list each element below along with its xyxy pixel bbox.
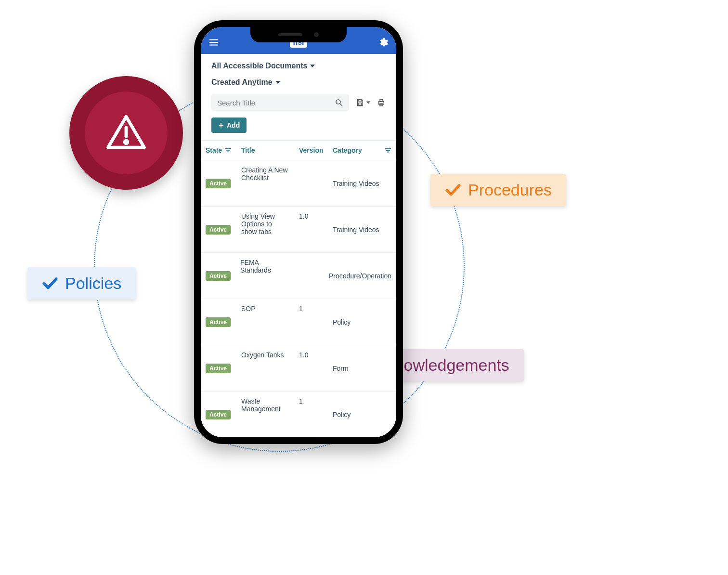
phone-frame: hsi All Accessible Documents Created Any… xyxy=(194,20,403,444)
col-version[interactable]: Version xyxy=(294,141,328,160)
col-title[interactable]: Title xyxy=(236,141,294,160)
table-row[interactable]: ActiveUsing View Options to show tabs1.0… xyxy=(201,207,396,253)
search-icon[interactable] xyxy=(335,98,343,107)
cell-category: Training Videos xyxy=(328,160,396,206)
search-input[interactable] xyxy=(217,99,330,107)
table-row[interactable]: ActiveWaste Management1Policy xyxy=(201,392,396,437)
filter-icon[interactable] xyxy=(225,147,232,154)
status-badge: Active xyxy=(206,179,231,188)
alert-medallion xyxy=(69,76,183,190)
cell-category: Policy xyxy=(328,392,396,437)
cell-title: FEMA Standards xyxy=(235,253,291,299)
speaker xyxy=(278,33,302,36)
check-icon xyxy=(42,275,58,292)
filter-icon[interactable] xyxy=(385,147,391,154)
col-state[interactable]: State xyxy=(201,141,236,160)
table-row[interactable]: ActiveCreating A New ChecklistTraining V… xyxy=(201,160,396,207)
cell-version xyxy=(294,160,328,206)
table-header: State Title Version Category xyxy=(201,140,396,160)
svg-marker-5 xyxy=(310,65,315,67)
svg-marker-11 xyxy=(366,102,370,104)
col-category-label: Category xyxy=(333,146,362,154)
table-row[interactable]: ActiveOxygen Tanks1.0Form xyxy=(201,345,396,392)
cell-category: Procedure/Operation xyxy=(324,253,396,299)
camera-dot xyxy=(314,32,319,37)
cell-category: Policy xyxy=(328,299,396,345)
col-state-label: State xyxy=(206,146,222,154)
table-row[interactable]: ActiveFEMA StandardsProcedure/Operation xyxy=(201,253,396,299)
svg-line-8 xyxy=(340,104,342,106)
add-button[interactable]: Add xyxy=(211,118,247,133)
svg-rect-10 xyxy=(359,103,362,105)
plus-icon xyxy=(218,122,224,128)
add-button-label: Add xyxy=(227,121,240,129)
table-body: ActiveCreating A New ChecklistTraining V… xyxy=(201,160,396,437)
gear-icon[interactable] xyxy=(378,37,389,48)
phone-notch xyxy=(250,27,347,42)
phone-screen: hsi All Accessible Documents Created Any… xyxy=(201,27,396,437)
cell-version: 1.0 xyxy=(294,207,328,252)
cell-version xyxy=(291,253,324,299)
cell-version: 1 xyxy=(294,392,328,437)
pill-policies: Policies xyxy=(27,267,136,300)
cell-title: Using View Options to show tabs xyxy=(236,207,294,252)
col-title-label: Title xyxy=(241,146,255,154)
status-badge: Active xyxy=(206,317,231,327)
cell-version: 1 xyxy=(294,299,328,345)
alert-medallion-inner xyxy=(85,91,168,174)
col-category[interactable]: Category xyxy=(328,141,396,160)
status-badge: Active xyxy=(206,410,231,419)
svg-rect-13 xyxy=(380,99,383,102)
table-row[interactable]: ActiveSOP1Policy xyxy=(201,299,396,345)
toolbar-row xyxy=(211,94,386,111)
print-icon[interactable] xyxy=(377,98,386,107)
menu-icon[interactable] xyxy=(208,37,219,48)
filter-created-label: Created Anytime xyxy=(211,78,273,87)
warning-icon xyxy=(104,111,148,155)
cell-category: Form xyxy=(328,345,396,391)
cell-version: 1.0 xyxy=(294,345,328,391)
caret-down-icon xyxy=(275,80,280,85)
filter-scope-label: All Accessible Documents xyxy=(211,62,307,70)
save-icon xyxy=(356,98,364,107)
filter-created-dropdown[interactable]: Created Anytime xyxy=(211,78,386,87)
status-badge: Active xyxy=(206,225,231,235)
search-box[interactable] xyxy=(211,94,349,111)
cell-title: Oxygen Tanks xyxy=(236,345,294,391)
pill-policies-label: Policies xyxy=(65,274,121,293)
check-icon xyxy=(445,182,461,198)
svg-rect-9 xyxy=(359,99,362,101)
cell-title: SOP xyxy=(236,299,294,345)
pill-procedures: Procedures xyxy=(430,174,566,206)
cell-title: Waste Management xyxy=(236,392,294,437)
pill-procedures-label: Procedures xyxy=(468,181,552,199)
cell-title: Creating A New Checklist xyxy=(236,160,294,206)
svg-point-7 xyxy=(336,100,340,104)
filter-scope-dropdown[interactable]: All Accessible Documents xyxy=(211,62,386,70)
svg-marker-6 xyxy=(275,81,280,84)
filter-bar: All Accessible Documents Created Anytime xyxy=(201,54,396,140)
caret-down-icon xyxy=(310,64,315,68)
export-dropdown[interactable] xyxy=(356,98,370,107)
status-badge: Active xyxy=(206,364,231,373)
status-badge: Active xyxy=(206,271,231,281)
caret-down-icon xyxy=(366,101,370,105)
col-version-label: Version xyxy=(299,146,324,154)
cell-category: Training Videos xyxy=(328,207,396,252)
svg-point-1 xyxy=(125,141,128,144)
